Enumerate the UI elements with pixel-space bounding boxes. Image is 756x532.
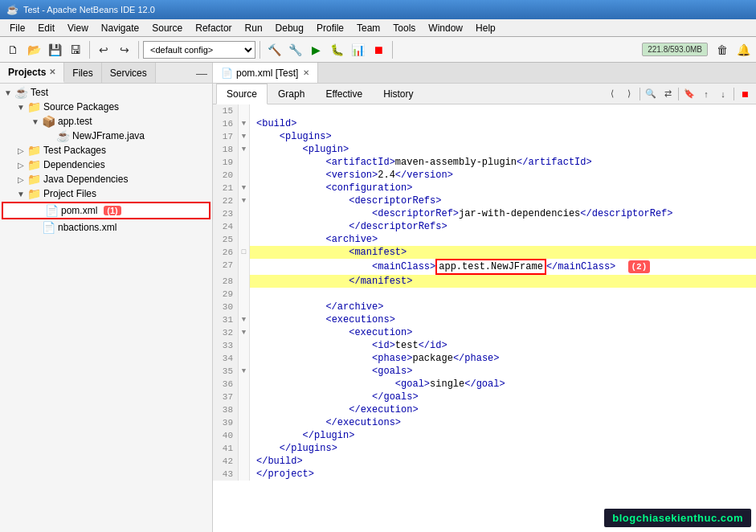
tree-item-test-packages[interactable]: ▷ 📁 Test Packages [0,143,212,158]
line-content-32: <execution> [250,326,412,339]
debug-button[interactable]: 🐛 [327,40,346,59]
toolbar-separator-2 [138,41,139,59]
save-button[interactable]: 💾 [45,40,64,59]
code-line-18: 18 ▼ <plugin> [213,143,756,156]
line-content-24: </descriptorRefs> [250,220,447,233]
line-content-22: <descriptorRefs> [250,194,441,207]
tree-item-source-packages[interactable]: ▼ 📁 Source Packages [0,100,212,114]
line-number-22: 22 [213,194,239,207]
menu-team[interactable]: Team [350,21,386,35]
tree-item-test[interactable]: ▼ ☕ Test [0,85,212,100]
tree-item-app-test[interactable]: ▼ 📦 app.test [0,114,212,129]
stop-button[interactable]: ⏹ [369,40,388,59]
code-line-15: 15 [213,104,756,117]
line-number-40: 40 [213,429,239,442]
line-fold-16[interactable]: ▼ [239,117,250,130]
menu-window[interactable]: Window [422,21,469,35]
build-button[interactable]: 🔨 [264,40,284,59]
line-fold-26[interactable]: □ [239,246,250,259]
line-fold-31[interactable]: ▼ [239,313,250,326]
editor-tab-pom-xml-close[interactable]: ✕ [303,68,309,77]
line-fold-29 [239,288,250,301]
line-content-17: <plugins> [250,130,332,143]
menu-tools[interactable]: Tools [386,21,422,35]
line-number-27: 27 [213,259,239,275]
redo-button[interactable]: ↪ [115,40,134,59]
tree-item-newjframe[interactable]: ▷ ☕ NewJFrame.java [0,129,212,143]
line-content-35: <goals> [250,365,412,378]
menu-profile[interactable]: Profile [310,21,350,35]
new-project-button[interactable]: 🗋 [3,40,22,59]
services-tab[interactable]: Services [102,63,156,83]
toolbar-forward-button[interactable]: ⟩ [621,86,637,102]
editor-tab-pom-xml-icon: 📄 [221,68,233,79]
tree-item-project-files[interactable]: ▼ 📁 Project Files [0,186,212,201]
menu-run[interactable]: Run [239,21,269,35]
line-fold-33 [239,339,250,352]
source-tab-history[interactable]: History [373,84,423,104]
tree-item-pom-xml[interactable]: ▷ 📄 pom.xml (1) [2,202,210,219]
undo-button[interactable]: ↩ [94,40,113,59]
source-tab-graph[interactable]: Graph [268,84,315,104]
line-fold-17[interactable]: ▼ [239,130,250,143]
line-content-31: <executions> [250,313,395,326]
tree-item-java-dependencies[interactable]: ▷ 📁 Java Dependencies [0,172,212,186]
projects-tab-close[interactable]: ✕ [49,68,55,76]
garbage-collect-button[interactable]: 🗑 [713,40,732,59]
toolbar-replace-button[interactable]: ⇄ [660,86,676,102]
profile-button[interactable]: 📊 [348,40,367,59]
toolbar-stop-button[interactable]: ⏹ [737,86,753,102]
tree-label-app-test: app.test [58,116,92,127]
line-fold-22[interactable]: ▼ [239,194,250,207]
tree-label-test-packages: Test Packages [43,145,106,156]
line-number-41: 41 [213,442,239,455]
menu-debug[interactable]: Debug [269,21,310,35]
menu-file[interactable]: File [3,21,31,35]
menu-refactor[interactable]: Refactor [189,21,238,35]
notify-button[interactable]: 🔔 [734,40,753,59]
open-project-button[interactable]: 📂 [24,40,43,59]
tree-arrow-app-test: ▼ [29,117,42,126]
test-project-icon: ☕ [14,86,28,99]
code-editor[interactable]: 15 16 ▼ <build> 17 ▼ <plugins> 18 ▼ [213,104,756,532]
project-tree: ▼ ☕ Test ▼ 📁 Source Packages ▼ 📦 app.tes… [0,84,212,532]
menu-edit[interactable]: Edit [31,21,61,35]
config-selector[interactable]: <default config> [143,41,255,59]
editor-tab-pom-xml[interactable]: 📄 pom.xml [Test] ✕ [213,63,318,83]
menu-view[interactable]: View [61,21,95,35]
line-fold-21[interactable]: ▼ [239,182,250,194]
menu-navigate[interactable]: Navigate [95,21,145,35]
main-layout: Projects ✕ Files Services — ▼ ☕ Test ▼ 📁 [0,63,756,532]
line-fold-15[interactable] [239,104,250,117]
clean-build-button[interactable]: 🔧 [285,40,304,59]
line-fold-32[interactable]: ▼ [239,326,250,339]
window-title: Test - Apache NetBeans IDE 12.0 [23,5,155,14]
line-fold-41 [239,442,250,455]
test-packages-icon: 📁 [27,144,41,157]
source-tab-source[interactable]: Source [216,84,268,104]
tree-item-nbactions-xml[interactable]: ▷ 📄 nbactions.xml [0,220,212,235]
line-content-15 [250,104,256,117]
toolbar-search-button[interactable]: 🔍 [643,86,659,102]
save-all-button[interactable]: 🖫 [66,40,85,59]
code-line-28: 28 </manifest> [213,275,756,288]
run-button[interactable]: ▶ [306,40,325,59]
source-tab-effective[interactable]: Effective [315,84,373,104]
tree-item-dependencies[interactable]: ▷ 📁 Dependencies [0,158,212,172]
projects-tab[interactable]: Projects ✕ [0,63,64,83]
line-content-38: </execution> [250,403,419,416]
files-tab[interactable]: Files [64,63,101,83]
toolbar-prev-bookmark-button[interactable]: ↑ [698,86,714,102]
code-line-43: 43 </project> [213,468,756,481]
panel-collapse-button[interactable]: — [191,67,212,80]
menu-source[interactable]: Source [145,21,189,35]
code-line-26: 26 □ <manifest> [213,246,756,259]
toolbar-back-button[interactable]: ⟨ [604,86,620,102]
tree-arrow-project-files: ▼ [14,190,27,198]
line-fold-18[interactable]: ▼ [239,143,250,156]
line-content-18: <plugin> [250,143,349,156]
line-fold-35[interactable]: ▼ [239,365,250,378]
menu-help[interactable]: Help [469,21,502,35]
toolbar-next-bookmark-button[interactable]: ↓ [715,86,731,102]
toolbar-toggle-bookmark-button[interactable]: 🔖 [681,86,697,102]
